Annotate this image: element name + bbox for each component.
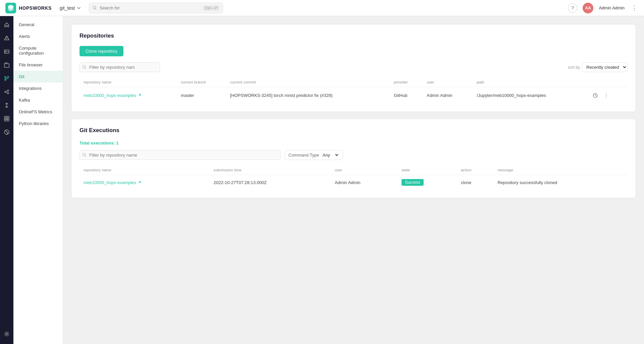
exec-state-cell: Success <box>397 175 457 190</box>
col-user: user <box>423 77 473 87</box>
sidebar-item-alerts[interactable]: Alerts <box>13 31 63 42</box>
provider-cell: GitHub <box>390 87 423 104</box>
history-button[interactable] <box>591 92 599 100</box>
sidebar-icon-python[interactable] <box>1 126 13 138</box>
sidebar-item-kafka[interactable]: Kafka <box>13 94 63 106</box>
command-type-select[interactable]: Command Type Any Clone Pull Push <box>285 150 343 160</box>
repositories-table-header: repository name current branch current c… <box>79 77 628 87</box>
more-options-row-button[interactable]: ⋮ <box>602 91 610 100</box>
command-type-dropdown[interactable]: Any Clone Pull Push <box>321 152 339 158</box>
exec-col-repo-name: repository name <box>79 165 210 175</box>
clone-repository-button[interactable]: Clone repository <box>79 46 123 56</box>
external-link-icon <box>138 181 141 184</box>
repositories-card: Repositories Clone repository sort by <box>71 24 636 112</box>
svg-point-8 <box>5 76 6 78</box>
svg-point-13 <box>7 93 9 94</box>
avatar: AA <box>583 3 593 13</box>
search-bar[interactable]: Ctrl + P <box>89 3 223 13</box>
svg-line-15 <box>6 92 7 93</box>
repo-name-link[interactable]: meb10000_hops-examples <box>84 93 173 98</box>
exec-message-cell: Repository successfully cloned <box>493 175 628 190</box>
exec-repo-name-link[interactable]: meb10000_hops-examples <box>84 180 206 185</box>
executions-filter-input[interactable] <box>79 150 281 160</box>
col-provider: provider <box>390 77 423 87</box>
text-sidebar: General Alerts Compute configuration Fil… <box>13 16 63 344</box>
repositories-table: repository name current branch current c… <box>79 77 628 104</box>
main-content: Repositories Clone repository sort by <box>63 16 644 344</box>
svg-point-9 <box>7 76 9 78</box>
table-row: meb10000_hops-examples 2022-10-27T07:28:… <box>79 175 628 190</box>
sidebar-icon-filebrowser[interactable] <box>1 59 13 71</box>
logo-area: HOPSWORKS <box>5 3 52 13</box>
sidebar-item-filebrowser[interactable]: File browser <box>13 59 63 71</box>
branch-cell: master <box>177 87 226 104</box>
command-type-label: Command Type <box>288 153 319 158</box>
repositories-filter-input[interactable] <box>79 62 160 72</box>
exec-action-cell: clone <box>457 175 493 190</box>
more-options-button[interactable]: ⋮ <box>630 3 639 13</box>
svg-rect-7 <box>4 64 9 67</box>
actions-cell: ⋮ <box>587 87 628 104</box>
sidebar-icon-integrations[interactable] <box>1 86 13 98</box>
path-cell: /Jupyter/meb10000_hops-examples <box>473 87 587 104</box>
col-current-branch: current branch <box>177 77 226 87</box>
col-path: path <box>473 77 587 87</box>
user-cell: Admin Admin <box>423 87 473 104</box>
repositories-sort-dropdown[interactable]: Recently created Name <box>582 62 628 72</box>
chevron-down-icon <box>77 6 81 10</box>
table-row: meb10000_hops-examples master [HOPSWORKS… <box>79 87 628 104</box>
svg-rect-16 <box>4 116 9 121</box>
svg-point-11 <box>5 91 6 93</box>
sort-label: sort by <box>568 65 580 70</box>
user-name: Admin Admin <box>599 5 625 10</box>
col-repo-name: repository name <box>79 77 177 87</box>
svg-point-20 <box>6 333 8 335</box>
sidebar-item-python[interactable]: Python libraries <box>13 118 63 129</box>
topbar-right: ? AA Admin Admin ⋮ <box>568 3 639 13</box>
executions-table-header: repository name submission time user sta… <box>79 165 628 175</box>
sidebar-icon-onlinefs[interactable] <box>1 113 13 125</box>
topbar: HOPSWORKS git_test Ctrl + P ? AA Admin A… <box>0 0 644 16</box>
sidebar-icon-alerts[interactable] <box>1 32 13 44</box>
hopsworks-logo-icon <box>5 3 16 13</box>
commit-cell: [HOPSWORKS-3245] torch mnist predictor f… <box>226 87 390 104</box>
exec-col-submission-time: submission time <box>210 165 331 175</box>
git-executions-table: repository name submission time user sta… <box>79 165 628 190</box>
sidebar-icon-settings[interactable] <box>1 328 13 340</box>
project-name: git_test <box>60 5 75 11</box>
layout: General Alerts Compute configuration Fil… <box>0 16 644 344</box>
col-current-commit: current commit <box>226 77 390 87</box>
help-button[interactable]: ? <box>568 3 577 13</box>
svg-line-14 <box>6 91 7 92</box>
repositories-sort-select[interactable]: sort by Recently created Name <box>568 62 628 72</box>
executions-filter-row: Command Type Any Clone Pull Push <box>79 150 628 160</box>
svg-point-10 <box>5 79 6 80</box>
sidebar-item-general[interactable]: General <box>13 19 63 31</box>
external-link-icon <box>138 94 141 97</box>
sidebar-icon-kafka[interactable] <box>1 99 13 111</box>
sidebar-item-integrations[interactable]: Integrations <box>13 82 63 94</box>
sidebar-item-compute[interactable]: Compute configuration <box>13 42 63 59</box>
search-input[interactable] <box>100 5 200 10</box>
sidebar-item-onlinefs[interactable]: OnlineFS Metrics <box>13 106 63 118</box>
exec-search-icon <box>82 153 87 157</box>
executions-filter-wrap <box>79 150 281 160</box>
svg-point-3 <box>6 39 7 40</box>
repositories-filter-row: sort by Recently created Name <box>79 62 628 72</box>
exec-repo-name-cell: meb10000_hops-examples <box>79 175 210 190</box>
svg-point-12 <box>7 90 9 91</box>
sidebar-icon-git[interactable] <box>1 72 13 84</box>
sidebar-item-git[interactable]: Git <box>13 71 63 82</box>
project-selector[interactable]: git_test <box>57 4 84 12</box>
exec-col-state: state <box>397 165 457 175</box>
filter-search-icon <box>82 65 87 69</box>
sidebar-icon-home[interactable] <box>1 19 13 31</box>
sidebar-icon-compute[interactable] <box>1 46 13 58</box>
status-badge: Success <box>401 179 423 186</box>
exec-col-message: message <box>493 165 628 175</box>
svg-point-18 <box>6 131 6 131</box>
col-actions <box>587 77 628 87</box>
svg-point-19 <box>7 133 8 134</box>
search-shortcut: Ctrl + P <box>203 5 219 11</box>
total-executions-label: Total executions: 1 <box>79 140 628 146</box>
